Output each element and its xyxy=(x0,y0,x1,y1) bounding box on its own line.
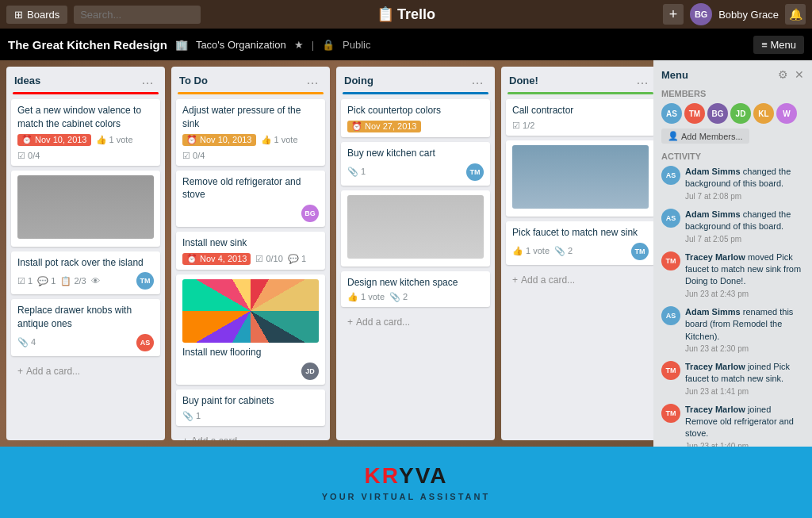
menu-header: Menu ⚙ ✕ xyxy=(661,68,804,81)
card-attachments: 📎 1 xyxy=(347,167,366,177)
add-card-button[interactable]: + Add a card... xyxy=(174,431,327,440)
list-options-button[interactable]: … xyxy=(303,73,322,87)
card-meta: 📎 1TM xyxy=(347,163,484,181)
list-options-button[interactable]: … xyxy=(138,73,157,87)
card[interactable]: Pick countertop colors ⏰ Nov 27, 2013 xyxy=(341,99,490,137)
plus-icon: + xyxy=(182,436,188,440)
add-card-button[interactable]: + Add a card... xyxy=(10,361,162,382)
divider: | xyxy=(312,39,314,51)
card[interactable]: Adjust water pressure of the sink ⏰ Nov … xyxy=(176,99,325,166)
card-date-badge[interactable]: ⏰ Nov 27, 2013 xyxy=(347,121,421,132)
card[interactable]: Install new flooring JD xyxy=(176,274,325,385)
card-image xyxy=(182,279,319,343)
member-avatar[interactable]: TM xyxy=(684,103,705,124)
card[interactable] xyxy=(506,140,655,217)
search-input[interactable] xyxy=(74,6,201,24)
card-comments: 💬 1 xyxy=(37,276,56,286)
card[interactable]: Get a new window valence to match the ca… xyxy=(11,99,160,166)
activity-text: Adam Simms changed the background of thi… xyxy=(685,209,804,245)
list-options-button[interactable]: … xyxy=(633,73,652,87)
card-avatar: TM xyxy=(136,272,154,290)
add-card-label: Add a card... xyxy=(521,274,575,286)
card-date-badge[interactable]: ⏰ Nov 4, 2013 xyxy=(182,253,251,265)
list-options-button[interactable]: … xyxy=(468,73,487,87)
card-date-badge[interactable]: ⏰ Nov 10, 2013 xyxy=(182,134,256,146)
card-title: Buy paint for cabinets xyxy=(182,394,319,408)
card[interactable]: Pick faucet to match new sink 👍 1 vote📎 … xyxy=(506,221,655,265)
list-color-bar xyxy=(508,92,653,94)
menu-close-button[interactable]: ✕ xyxy=(795,68,804,81)
top-navigation: ⊞ Boards 📋 Trello + BG Bobby Grace 🔔 xyxy=(0,0,812,29)
add-members-button[interactable]: 👤 Add Members... xyxy=(661,129,749,144)
activity-item: AS Adam Simms changed the background of … xyxy=(661,166,804,202)
card-title: Pick countertop colors xyxy=(347,104,484,117)
card[interactable]: Call contractor ☑ 1/2 xyxy=(506,99,655,136)
board-title[interactable]: The Great Kitchen Redesign xyxy=(8,38,167,52)
card[interactable]: Remove old refrigerator and stove BG xyxy=(176,171,325,228)
list-header: Doing … xyxy=(336,67,495,92)
card[interactable] xyxy=(341,190,490,267)
add-card-label: Add a card... xyxy=(191,436,245,440)
add-card-button[interactable]: + Add a card... xyxy=(339,312,492,332)
add-card-button[interactable]: + Add a card... xyxy=(504,270,657,290)
card-meta: 👍 1 vote📎 2TM xyxy=(512,243,649,260)
menu-button[interactable]: ≡ Menu xyxy=(753,36,804,54)
board-visibility[interactable]: Public xyxy=(343,39,370,51)
card-attachments: 📎 4 xyxy=(17,337,36,347)
member-avatar[interactable]: JD xyxy=(730,103,751,124)
card-attachments: 📎 2 xyxy=(554,246,573,256)
board-org[interactable]: Taco's Organization xyxy=(196,39,286,51)
member-avatar[interactable]: BG xyxy=(707,103,728,124)
card-meta: ⏰ Nov 10, 2013👍 1 vote☑ 0/4 xyxy=(182,134,319,161)
card-title: Remove old refrigerator and stove xyxy=(182,175,319,202)
activity-time: Jun 23 at 2:43 pm xyxy=(685,289,804,300)
card-avatar: TM xyxy=(466,163,484,181)
activity-text: Tracey Marlow joined Remove old refriger… xyxy=(685,404,804,447)
member-avatar[interactable]: W xyxy=(776,103,797,124)
user-avatar[interactable]: BG xyxy=(690,3,712,25)
card-checklist: ☑ 0/10 xyxy=(255,254,282,264)
activity-item: TM Tracey Marlow moved Pick faucet to ma… xyxy=(661,251,804,300)
card-image xyxy=(512,145,649,209)
org-icon: 🏢 xyxy=(175,39,188,51)
notifications-button[interactable]: 🔔 xyxy=(785,4,806,25)
footer-brand: KRYVA YOUR VIRTUAL ASSISTANT xyxy=(0,447,812,518)
card[interactable]: Design new kitchen space 👍 1 vote📎 2 xyxy=(341,271,490,308)
person-icon: 👤 xyxy=(668,131,679,141)
brand-yva: YVA xyxy=(399,463,448,488)
activity-avatar: TM xyxy=(661,404,680,423)
card[interactable] xyxy=(11,171,160,247)
card-views: 👁 xyxy=(91,276,100,286)
create-button[interactable]: + xyxy=(663,4,684,25)
card[interactable]: Install pot rack over the island ☑ 1💬 1📋… xyxy=(11,251,160,295)
card-title: Pick faucet to match new sink xyxy=(512,226,649,240)
card-meta: 👍 1 vote📎 2 xyxy=(347,292,484,302)
activity-item: TM Tracey Marlow joined Remove old refri… xyxy=(661,404,804,447)
card-title: Install new sink xyxy=(182,236,319,250)
add-members-label: Add Members... xyxy=(681,132,743,141)
card-meta: ☑ 1/2 xyxy=(512,121,649,131)
card-votes: 👍 1 vote xyxy=(261,135,298,145)
star-icon[interactable]: ★ xyxy=(294,39,304,51)
list-color-bar xyxy=(13,92,159,94)
card[interactable]: Replace drawer knobs with antique ones 📎… xyxy=(11,299,160,356)
member-avatar[interactable]: KL xyxy=(753,103,774,124)
list-color-bar xyxy=(343,92,488,94)
card-progress: 📋 2/3 xyxy=(60,276,86,286)
user-name: Bobby Grace xyxy=(718,9,779,21)
boards-label: Boards xyxy=(27,9,59,21)
card-title: Buy new kitchen cart xyxy=(347,147,484,160)
card-meta: 📎 4AS xyxy=(17,334,154,351)
member-avatar[interactable]: AS xyxy=(661,103,682,124)
card-date-badge[interactable]: ⏰ Nov 10, 2013 xyxy=(17,134,91,146)
visibility-icon: 🔒 xyxy=(322,39,335,51)
card[interactable]: Install new sink ⏰ Nov 4, 2013☑ 0/10💬 1 xyxy=(176,232,325,270)
menu-settings-button[interactable]: ⚙ xyxy=(778,68,788,81)
card-meta: 📎 1 xyxy=(182,411,319,421)
card[interactable]: Buy paint for cabinets 📎 1 xyxy=(176,389,325,426)
card[interactable]: Buy new kitchen cart 📎 1TM xyxy=(341,142,490,186)
card-meta: ⏰ Nov 27, 2013 xyxy=(347,121,484,132)
boards-button[interactable]: ⊞ Boards xyxy=(6,6,67,24)
activity-item: TM Tracey Marlow joined Pick faucet to m… xyxy=(661,361,804,397)
list-header: To Do … xyxy=(171,67,330,92)
